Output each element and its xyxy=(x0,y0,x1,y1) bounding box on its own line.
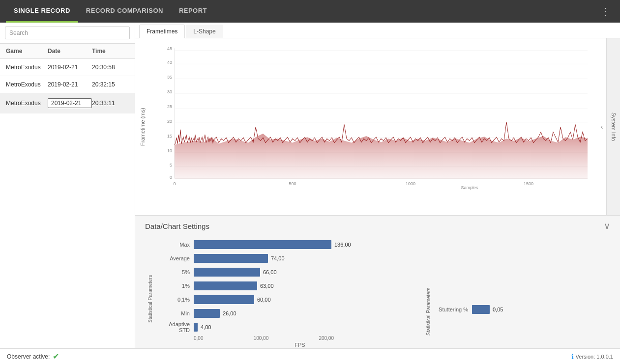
bar-value: 74,00 xyxy=(271,255,285,261)
right-chart-y-label: Statistical Parameters xyxy=(423,239,433,364)
bar-value: 136,00 xyxy=(334,242,351,248)
search-box xyxy=(0,23,135,44)
y-axis-label: Frametime (ms) xyxy=(135,38,150,215)
info-icon: ℹ xyxy=(571,353,574,361)
svg-text:0: 0 xyxy=(173,181,176,186)
bar-label: Min xyxy=(157,310,194,316)
bar-track: 74,00 xyxy=(194,254,413,263)
table-row[interactable]: MetroExodus 2019-02-21 20:32:15 xyxy=(0,76,135,93)
more-options-button[interactable]: ⋮ xyxy=(596,3,614,19)
bar-track: 63,00 xyxy=(194,281,413,290)
x-tick: 200,00 xyxy=(319,336,334,341)
tab-single-record[interactable]: SINGLE RECORD xyxy=(6,0,78,23)
svg-text:1000: 1000 xyxy=(406,181,415,186)
svg-text:45: 45 xyxy=(167,46,172,51)
bar-row-stuttering: Stuttering % 0,05 xyxy=(435,304,610,315)
collapse-system-info-arrow[interactable]: ‹ xyxy=(597,38,606,215)
col-date: Date xyxy=(48,48,92,55)
bar-row-adaptive-std: Adaptive STD 4,00 xyxy=(157,322,413,333)
cell-date: 2019-02-21 xyxy=(48,98,92,108)
record-table: Game Date Time MetroExodus 2019-02-21 20… xyxy=(0,44,135,364)
chart-container: 45 40 35 30 25 20 15 10 xyxy=(150,38,597,215)
cell-date: 2019-02-21 xyxy=(48,81,92,88)
search-input[interactable] xyxy=(5,27,130,39)
main-container: Game Date Time MetroExodus 2019-02-21 20… xyxy=(0,23,620,364)
settings-section: Data/Chart Settings ∨ Statistical Parame… xyxy=(135,216,620,364)
x-tick: 100,00 xyxy=(254,336,269,341)
bar-row-01pct: 0,1% 60,00 xyxy=(157,294,413,305)
bar-row-average: Average 74,00 xyxy=(157,253,413,264)
bar-label: Stuttering % xyxy=(435,307,472,312)
x-tick: 0,00 xyxy=(194,336,203,341)
svg-text:10: 10 xyxy=(167,148,172,153)
bar-value: 26,00 xyxy=(223,310,236,316)
col-game: Game xyxy=(6,48,48,55)
system-info-tab[interactable]: System Info xyxy=(606,38,620,215)
cell-game: MetroExodus xyxy=(6,98,48,108)
bar-charts-area: Statistical Parameters Max 136,00 xyxy=(145,239,610,364)
nav-bar: SINGLE RECORD RECORD COMPARISON REPORT ⋮ xyxy=(0,0,620,23)
bar-label: Adaptive STD xyxy=(157,321,194,333)
bar-value: 63,00 xyxy=(260,283,274,289)
bar-fill xyxy=(194,281,257,290)
bar-label: Max xyxy=(157,242,194,248)
left-panel: Game Date Time MetroExodus 2019-02-21 20… xyxy=(0,23,135,364)
col-time: Time xyxy=(92,48,129,55)
bar-value: 4,00 xyxy=(201,324,211,330)
bar-fill xyxy=(194,323,198,332)
bar-label: Average xyxy=(157,255,194,261)
svg-text:0: 0 xyxy=(170,175,172,180)
svg-text:20: 20 xyxy=(167,119,172,124)
table-row[interactable]: MetroExodus 2019-02-21 20:33:11 xyxy=(0,93,135,113)
svg-text:1500: 1500 xyxy=(524,181,533,186)
bar-fill xyxy=(194,295,254,304)
tab-l-shape[interactable]: L-Shape xyxy=(186,25,223,38)
bar-track: 0,05 xyxy=(472,305,610,314)
bar-fill xyxy=(472,305,490,314)
tab-frametimes[interactable]: Frametimes xyxy=(139,25,185,38)
bar-fill xyxy=(194,240,331,249)
bar-row-5pct: 5% 66,00 xyxy=(157,267,413,278)
bar-track: 136,00 xyxy=(194,240,413,249)
svg-text:35: 35 xyxy=(167,75,172,80)
right-chart-content: Stuttering % 0,05 0,00 0,20 xyxy=(435,239,610,364)
left-chart-y-label: Statistical Parameters xyxy=(145,239,155,359)
bar-fill xyxy=(194,254,268,263)
svg-text:30: 30 xyxy=(167,89,172,94)
bar-value: 60,00 xyxy=(257,297,271,303)
left-bar-chart: Statistical Parameters Max 136,00 xyxy=(145,239,413,364)
settings-chevron[interactable]: ∨ xyxy=(604,221,610,231)
observer-status-icon: ✔ xyxy=(53,352,59,361)
tab-record-comparison[interactable]: RECORD COMPARISON xyxy=(78,0,171,23)
chart-area-wrapper: Frametime (ms) 45 40 35 30 xyxy=(135,38,620,215)
left-chart-content: Max 136,00 Average xyxy=(157,239,413,359)
svg-text:500: 500 xyxy=(289,181,296,186)
bar-track: 66,00 xyxy=(194,268,413,277)
bar-label: 0,1% xyxy=(157,297,194,303)
svg-text:Samples: Samples xyxy=(461,185,478,190)
bar-row-min: Min 26,00 xyxy=(157,308,413,319)
footer: Observer active: ✔ ℹ Version: 1.0.0.1 xyxy=(0,348,620,364)
bar-track: 60,00 xyxy=(194,295,413,304)
right-bar-chart: Statistical Parameters Stuttering % 0,05 xyxy=(423,239,610,364)
settings-title: Data/Chart Settings xyxy=(145,222,209,230)
right-panel: Frametimes L-Shape Frametime (ms) 45 40 xyxy=(135,23,620,364)
chart-section: Frametimes L-Shape Frametime (ms) 45 40 xyxy=(135,23,620,216)
svg-text:15: 15 xyxy=(167,134,172,139)
chart-tabs: Frametimes L-Shape xyxy=(135,23,620,38)
settings-header: Data/Chart Settings ∨ xyxy=(145,221,610,231)
fps-label: FPS xyxy=(157,342,413,348)
table-header: Game Date Time xyxy=(0,44,135,59)
table-row[interactable]: MetroExodus 2019-02-21 20:30:58 xyxy=(0,59,135,76)
bar-fill xyxy=(194,268,260,277)
chart-svg: 45 40 35 30 25 20 15 10 xyxy=(155,43,597,196)
bar-row-max: Max 136,00 xyxy=(157,239,413,250)
bar-value: 0,05 xyxy=(493,307,503,312)
bar-track: 26,00 xyxy=(194,309,413,318)
tab-report[interactable]: REPORT xyxy=(171,0,215,23)
cell-game: MetroExodus xyxy=(6,81,48,88)
bar-label: 5% xyxy=(157,269,194,275)
bar-track: 4,00 xyxy=(194,323,413,332)
footer-left: Observer active: ✔ xyxy=(7,352,59,361)
bar-fill xyxy=(194,309,220,318)
